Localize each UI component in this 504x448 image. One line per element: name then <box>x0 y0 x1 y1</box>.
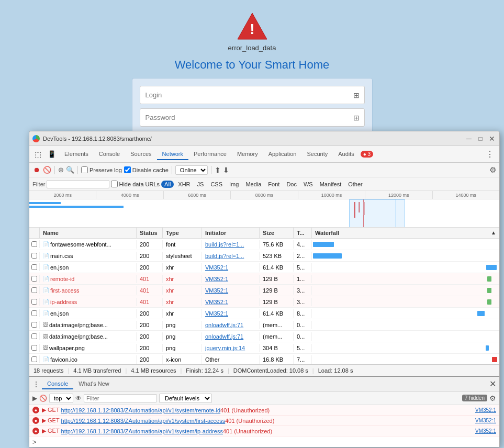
filter-icon-btn[interactable]: ⊛ <box>58 166 64 174</box>
table-row[interactable]: 📄 en.json 200 xhr VM352:1 61.4 KB 5... <box>29 262 499 273</box>
error-url-3[interactable]: http://192.168.1.12:8083/ZAutomation/api… <box>61 428 223 434</box>
row-checkbox[interactable] <box>31 356 37 362</box>
table-row[interactable]: 🖼 wallpaper.png 200 png jquery.min.js:14… <box>29 342 499 354</box>
row-checkbox[interactable] <box>31 345 37 351</box>
tab-elements[interactable]: Elements <box>59 149 94 160</box>
td-name[interactable]: 📄 first-access <box>40 286 137 295</box>
td-name[interactable]: 🖼 wallpaper.png <box>40 344 137 352</box>
td-name[interactable]: 🖼 data:image/png;base... <box>40 321 137 329</box>
td-name[interactable]: 📄 remote-id <box>40 275 137 283</box>
device-icon-btn[interactable]: 📱 <box>44 148 59 160</box>
table-row[interactable]: 🖼 data:image/png;base... 200 png onloadw… <box>29 319 499 331</box>
error-source-2[interactable]: VM352:1 <box>475 418 496 423</box>
stop-btn[interactable]: 🚫 <box>43 166 51 174</box>
console-drawer-btn[interactable]: ⋮ <box>32 380 40 388</box>
preserve-log-checkbox[interactable] <box>81 166 88 173</box>
console-filter-input[interactable] <box>84 394 157 402</box>
tab-more-btn[interactable]: ⋮ <box>483 149 497 159</box>
td-initiator[interactable]: VM352:1 <box>202 298 260 306</box>
login-input[interactable] <box>140 86 365 104</box>
td-initiator[interactable]: jquery.min.js:14 <box>202 344 260 352</box>
filter-doc-btn[interactable]: Doc <box>284 181 299 188</box>
table-row[interactable]: 📄 first-access 401 xhr VM352:1 129 B 3..… <box>29 285 499 296</box>
td-name[interactable]: 📄 en.json <box>40 309 137 318</box>
th-size[interactable]: Size <box>260 228 294 238</box>
th-time[interactable]: T... <box>294 228 312 238</box>
table-row[interactable]: 📄 en.json 200 xhr VM352:1 61.4 KB 8... <box>29 308 499 319</box>
maximize-button[interactable]: □ <box>476 135 485 143</box>
td-initiator[interactable]: onloadwff.js:71 <box>202 321 260 329</box>
error-url-1[interactable]: http://192.168.1.12:8083/ZAutomation/api… <box>61 407 221 413</box>
table-row[interactable]: 📄 fontawesome-webfont... 200 font build.… <box>29 239 499 250</box>
error-source-3[interactable]: VM352:1 <box>475 428 496 434</box>
error-url-2[interactable]: http://192.168.1.12:8083/ZAutomation/api… <box>61 418 226 424</box>
console-context-select[interactable]: top <box>49 394 73 403</box>
filter-ws-btn[interactable]: WS <box>301 181 316 188</box>
filter-all-btn[interactable]: All <box>161 181 174 188</box>
th-status[interactable]: Status <box>137 228 163 238</box>
tab-audits[interactable]: Audits <box>333 149 360 160</box>
row-checkbox[interactable] <box>31 287 37 293</box>
row-checkbox[interactable] <box>31 333 37 339</box>
disable-cache-label[interactable]: Disable cache <box>124 166 169 173</box>
filter-input[interactable] <box>47 180 109 188</box>
tab-network[interactable]: Network <box>157 149 188 160</box>
import-btn[interactable]: ⬆ <box>215 166 221 174</box>
td-initiator[interactable]: VM352:1 <box>202 286 260 295</box>
table-row[interactable]: 🖼 data:image/png;base... 200 png onloadw… <box>29 331 499 342</box>
td-name[interactable]: 🖼 data:image/png;base... <box>40 332 137 341</box>
tab-sources[interactable]: Sources <box>125 149 156 160</box>
row-checkbox[interactable] <box>31 264 37 270</box>
td-initiator[interactable]: build.js?rel=1... <box>202 252 260 260</box>
filter-other-btn[interactable]: Other <box>345 181 365 188</box>
requests-table[interactable]: Name Status Type Initiator Size T... Wat… <box>29 228 499 364</box>
td-initiator[interactable]: build.js?rel=1... <box>202 240 260 249</box>
td-name[interactable]: 📄 fontawesome-webfont... <box>40 240 137 249</box>
console-prompt-row[interactable]: > <box>29 436 499 447</box>
hide-data-urls-label[interactable]: Hide data URLs <box>111 181 160 187</box>
throttle-select[interactable]: Online <box>175 165 208 175</box>
console-error-row-1[interactable]: ● ▶ GET http://192.168.1.12:8083/ZAutoma… <box>29 405 499 416</box>
td-initiator[interactable]: VM352:1 <box>202 263 260 272</box>
console-error-row-3[interactable]: ● ▶ GET http://192.168.1.12:8083/ZAutoma… <box>29 426 499 436</box>
console-eye-btn[interactable]: 👁 <box>75 395 82 402</box>
filter-js-btn[interactable]: JS <box>195 181 207 188</box>
table-row[interactable]: 📄 favicon.ico 200 x-icon Other 16.8 KB 7… <box>29 354 499 364</box>
hide-data-urls-checkbox[interactable] <box>111 181 118 187</box>
th-type[interactable]: Type <box>163 228 202 238</box>
filter-xhr-btn[interactable]: XHR <box>175 181 193 188</box>
td-initiator[interactable]: VM352:1 <box>202 275 260 283</box>
filter-media-btn[interactable]: Media <box>243 181 264 188</box>
console-error-row-2[interactable]: ● ▶ GET http://192.168.1.12:8083/ZAutoma… <box>29 416 499 426</box>
settings-btn[interactable]: ⚙ <box>489 165 496 175</box>
tab-security[interactable]: Security <box>301 149 333 160</box>
th-name[interactable]: Name <box>40 228 137 238</box>
search-icon-btn[interactable]: 🔍 <box>66 166 74 174</box>
row-checkbox[interactable] <box>31 310 37 316</box>
row-checkbox[interactable] <box>31 322 37 328</box>
tab-application[interactable]: Application <box>263 149 302 160</box>
console-settings-btn[interactable]: ⚙ <box>489 394 496 402</box>
disable-cache-checkbox[interactable] <box>124 166 131 173</box>
error-source-1[interactable]: VM352:1 <box>475 407 496 413</box>
row-checkbox[interactable] <box>31 253 37 259</box>
td-name[interactable]: 📄 ip-address <box>40 298 137 306</box>
console-exec-btn[interactable]: ▶ <box>32 395 37 402</box>
console-close-btn[interactable]: ✕ <box>489 379 496 389</box>
td-name[interactable]: 📄 en.json <box>40 263 137 272</box>
tab-memory[interactable]: Memory <box>232 149 263 160</box>
filter-img-btn[interactable]: Img <box>227 181 241 188</box>
td-initiator[interactable]: VM352:1 <box>202 309 260 318</box>
console-input[interactable] <box>39 439 496 445</box>
preserve-log-label[interactable]: Preserve log <box>81 166 122 173</box>
filter-css-btn[interactable]: CSS <box>208 181 225 188</box>
table-row[interactable]: 📄 ip-address 401 xhr VM352:1 129 B 3... <box>29 296 499 308</box>
td-name[interactable]: 📄 main.css <box>40 252 137 260</box>
inspect-icon-btn[interactable]: ⬚ <box>31 148 44 161</box>
tab-console-panel[interactable]: Console <box>42 379 73 389</box>
filter-manifest-btn[interactable]: Manifest <box>317 181 344 188</box>
export-btn[interactable]: ⬇ <box>223 166 229 174</box>
table-row[interactable]: 📄 main.css 200 stylesheet build.js?rel=1… <box>29 250 499 262</box>
th-waterfall[interactable]: Waterfall ▲ <box>312 228 499 238</box>
record-btn[interactable]: ⏺ <box>32 166 41 174</box>
